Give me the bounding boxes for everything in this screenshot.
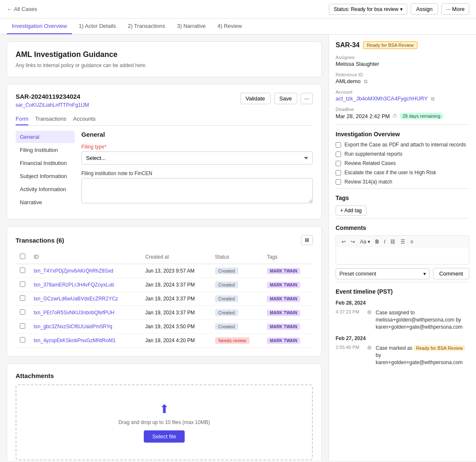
txn-status-cell: Created [211, 292, 263, 306]
undo-button[interactable]: ↩ [339, 238, 348, 246]
status-badge: Created [215, 309, 238, 316]
timeline-title: Event timeline (PST) [336, 288, 469, 295]
upload-icon: ⬆ [25, 402, 304, 416]
sidebar-item-general[interactable]: General [16, 131, 75, 143]
row-checkbox[interactable] [20, 323, 25, 329]
font-size-button[interactable]: Aa ▾ [358, 238, 372, 246]
row-checkbox[interactable] [20, 337, 25, 343]
status-button[interactable]: Status: Ready for bsa review ▾ [329, 4, 407, 15]
comment-toolbar: ↩ ↪ Aa ▾ B I ⛓ ☰ ≡ [336, 235, 469, 248]
tab-transactions[interactable]: 2) Transactions [123, 19, 170, 34]
sidebar-item-activity-information[interactable]: Activity Information [16, 183, 75, 195]
txn-id-link[interactable]: txn_PEt7oR5SvNKU3nbnbQfefPUH [34, 310, 114, 316]
filing-type-select[interactable]: Select... [81, 151, 313, 165]
upload-area[interactable]: ⬆ Drag and drop up to 10 files (max 10MB… [16, 384, 313, 460]
deadline-label: Deadline [336, 107, 469, 112]
txn-id-link[interactable]: txn_GCzwrLd6wUaBVdxEcZRR2YCz [34, 296, 118, 302]
timeline-highlight: Ready for BSA Review [414, 345, 465, 351]
sidebar-item-narrative[interactable]: Narrative [16, 196, 75, 208]
timeline-dot [367, 346, 371, 350]
checklist-checkbox[interactable] [336, 151, 341, 157]
form-tab-accounts[interactable]: Accounts [73, 113, 95, 125]
ordered-list-button[interactable]: ≡ [408, 238, 415, 246]
tab-narrative[interactable]: 3) Narrative [172, 19, 211, 34]
add-tag-button[interactable]: + Add tag [336, 205, 366, 216]
checklist-item: Escalate the case if the user is High Ri… [336, 170, 469, 176]
unordered-list-button[interactable]: ☰ [398, 238, 407, 246]
table-settings-button[interactable]: ⊞ [301, 235, 313, 245]
deadline-value: Mar 28, 2024 2:42 PM [336, 113, 390, 119]
assign-button[interactable]: Assign [411, 3, 438, 15]
row-checkbox-cell [16, 278, 30, 292]
save-button[interactable]: Save [274, 93, 298, 104]
guidance-card: AML Investigation Guidance Any links to … [7, 41, 322, 77]
txn-id-cell: txn_PEt7oR5SvNKU3nbnbQfefPUH [30, 306, 141, 320]
select-all-header [16, 250, 30, 264]
txn-tags-cell: MARK TWAIN [263, 278, 313, 292]
row-checkbox[interactable] [20, 295, 25, 301]
form-tab-transactions[interactable]: Transactions [35, 113, 66, 125]
checklist-checkbox[interactable] [336, 161, 341, 166]
filing-note-input[interactable] [81, 178, 313, 203]
checklist-label: Export the Case as PDF and attach to int… [344, 142, 466, 148]
txn-id-link[interactable]: txn_T4YxPDjZjmv6AKrQhRhZ8Sxd [34, 268, 113, 274]
txn-id-link[interactable]: txn_gbc3ZNxzSiCf6UUaidPm5RYq [34, 324, 112, 330]
checklist-item: Review 314(a) match [336, 179, 469, 185]
txn-tags-cell: MARK TWAIN [263, 292, 313, 306]
account-link[interactable]: act_tzk_Jb4oMXMh3CA4FygchHURY [336, 95, 428, 102]
comment-input[interactable] [336, 248, 469, 265]
txn-id-cell: txn_4yzspEkKSknbPnuGzMNtRoM1 [30, 334, 141, 348]
txn-id-link[interactable]: txn_4yzspEkKSknbPnuGzMNtRoM1 [34, 338, 116, 343]
row-checkbox-cell [16, 292, 30, 306]
back-button[interactable]: ← All Cases [7, 6, 37, 12]
txn-status-cell: Created [211, 306, 263, 320]
bold-button[interactable]: B [373, 238, 381, 246]
redo-button[interactable]: ↪ [349, 238, 357, 246]
sidebar-item-financial-institution[interactable]: Financial Institution [16, 157, 75, 169]
row-checkbox-cell [16, 320, 30, 334]
left-panel: AML Investigation Guidance Any links to … [0, 35, 328, 461]
form-sidebar: General Filing Institution Financial Ins… [16, 131, 75, 211]
tag-badge: MARK TWAIN [267, 282, 300, 288]
timeline-text: Case marked as Ready for BSA Review by k… [376, 345, 469, 366]
txn-id-link[interactable]: txn_378amERzPLrJH4vFQZoyxLub [34, 282, 114, 288]
clock-icon: ⏱ [393, 113, 397, 119]
more-button[interactable]: ··· More [441, 3, 469, 15]
sidebar-item-filing-institution[interactable]: Filing Institution [16, 144, 75, 156]
link-button[interactable]: ⛓ [388, 238, 398, 246]
txn-created-cell: Jan 19, 2024 3:37 PM [141, 306, 210, 320]
sar-form-link[interactable]: sar_CoKUZiLiahLnfTTPnFg1tJM [16, 102, 89, 108]
top-bar: ← All Cases Status: Ready for bsa review… [0, 0, 476, 19]
tab-investigation-overview[interactable]: Investigation Overview [7, 19, 72, 34]
checklist-checkbox[interactable] [336, 179, 341, 185]
form-actions: Validate Save ··· [240, 93, 313, 104]
form-tab-form[interactable]: Form [16, 113, 28, 125]
deadline-row: Mar 28, 2024 2:42 PM ⏱ 28 days remaining [336, 113, 469, 119]
sidebar-item-subject-information[interactable]: Subject Information [16, 170, 75, 182]
checklist-checkbox[interactable] [336, 142, 341, 148]
row-checkbox[interactable] [20, 309, 25, 315]
row-checkbox[interactable] [20, 267, 25, 273]
txn-id-cell: txn_T4YxPDjZjmv6AKrQhRhZ8Sxd [30, 264, 141, 278]
italic-button[interactable]: I [382, 238, 387, 246]
checklist-checkbox[interactable] [336, 170, 341, 176]
row-checkbox-cell [16, 334, 30, 348]
ref-id-copy-icon[interactable]: ⧉ [364, 78, 368, 84]
investigation-overview-section: Investigation Overview Export the Case a… [336, 124, 469, 185]
more-options-button[interactable]: ··· [301, 93, 313, 104]
ref-id-value: AMLdemo ⧉ [336, 78, 469, 84]
select-all-checkbox[interactable] [20, 254, 25, 259]
select-file-button[interactable]: Select file [144, 430, 184, 443]
preset-comment-select[interactable]: Preset comment ▾ [336, 268, 430, 279]
filing-type-field: Filing type* Select... [81, 144, 313, 165]
tab-actor-details[interactable]: 1) Actor Details [74, 19, 121, 34]
validate-button[interactable]: Validate [240, 93, 271, 104]
filing-note-field: Filing institution note to FinCEN [81, 170, 313, 205]
tab-review[interactable]: 4) Review [212, 19, 247, 34]
comments-section: Comments ↩ ↪ Aa ▾ B I ⛓ ☰ ≡ Preset comme… [336, 218, 469, 279]
tag-badge: MARK TWAIN [267, 310, 300, 316]
row-checkbox[interactable] [20, 281, 25, 287]
comment-button[interactable]: Comment [433, 268, 469, 279]
assignee-label: Assignee [336, 55, 469, 60]
account-copy-icon[interactable]: ⧉ [431, 96, 435, 102]
